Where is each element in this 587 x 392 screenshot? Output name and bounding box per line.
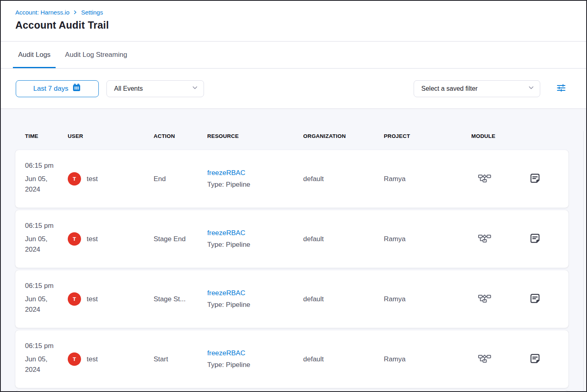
pipeline-icon	[478, 177, 491, 185]
pipeline-icon	[478, 297, 491, 305]
event-summary-button[interactable]	[528, 232, 542, 246]
action-cell: Stage St...	[154, 295, 207, 303]
table-rows: 06:15 pm Jun 05, 2024 T test End freezeR…	[1, 150, 586, 391]
tab-audit-logs[interactable]: Audit Logs	[13, 42, 56, 68]
module-cell	[471, 173, 516, 185]
avatar[interactable]: T	[68, 292, 81, 306]
user-cell: T test	[68, 352, 154, 366]
filter-panel-button[interactable]	[556, 82, 567, 95]
resource-type: Type: Pipeline	[207, 241, 303, 249]
tab-audit-log-streaming-label: Audit Log Streaming	[65, 51, 127, 59]
time-cell: 06:15 pm Jun 05, 2024	[25, 270, 62, 315]
time-cell: 06:15 pm Jun 05, 2024	[25, 150, 62, 195]
row-actions-cell	[516, 172, 568, 186]
project-cell: Ramya	[384, 235, 471, 243]
module-cell	[471, 293, 516, 305]
avatar[interactable]: T	[68, 352, 81, 366]
chevron-down-icon	[192, 85, 198, 92]
organization-cell: default	[303, 295, 384, 303]
user-name: test	[87, 175, 98, 183]
breadcrumb-account-link[interactable]: Account: Harness.io	[15, 9, 69, 16]
chevron-right-icon	[73, 10, 77, 15]
action-cell: Start	[154, 355, 207, 363]
table-row[interactable]: 06:15 pm Jun 05, 2024 T test Stage St...…	[15, 270, 568, 328]
table-header-row: TIME USER ACTION RESOURCE ORGANIZATION P…	[15, 133, 568, 140]
resource-link[interactable]: freezeRBAC	[207, 169, 245, 177]
resource-cell: freezeRBAC Type: Pipeline	[207, 349, 303, 369]
page-title: Account Audit Trail	[15, 19, 586, 31]
date-range-label: Last 7 days	[33, 85, 69, 93]
audit-log-table: TIME USER ACTION RESOURCE ORGANIZATION P…	[1, 109, 586, 391]
user-name: test	[87, 355, 98, 363]
user-cell: T test	[68, 232, 154, 246]
event-summary-button[interactable]	[528, 292, 542, 307]
table-row[interactable]: 06:15 pm Jun 05, 2024 T test End freezeR…	[15, 150, 568, 208]
event-summary-button[interactable]	[528, 352, 542, 367]
event-type-select[interactable]: All Events	[106, 80, 204, 97]
resource-cell: freezeRBAC Type: Pipeline	[207, 289, 303, 309]
organization-cell: default	[303, 355, 384, 363]
filter-right-group: Select a saved filter	[414, 80, 567, 97]
module-cell	[471, 233, 516, 245]
time-value: 06:15 pm	[25, 162, 54, 169]
chevron-down-icon	[528, 85, 534, 92]
user-cell: T test	[68, 172, 154, 186]
vertical-scrollbar[interactable]	[583, 131, 586, 391]
page-header: Account: Harness.io Settings Account Aud…	[1, 1, 586, 41]
project-cell: Ramya	[384, 175, 471, 183]
table-row[interactable]: 06:15 pm Jun 05, 2024 T test Start freez…	[15, 330, 568, 388]
date-value: Jun 05, 2024	[25, 354, 62, 375]
resource-link[interactable]: freezeRBAC	[207, 349, 245, 357]
resource-type: Type: Pipeline	[207, 361, 303, 369]
column-header-action: ACTION	[154, 133, 207, 140]
date-value: Jun 05, 2024	[25, 234, 62, 255]
project-cell: Ramya	[384, 295, 471, 303]
column-header-project: PROJECT	[384, 133, 471, 140]
column-header-user: USER	[68, 133, 154, 140]
time-value: 06:15 pm	[25, 342, 54, 350]
column-header-time: TIME	[25, 133, 68, 140]
table-row[interactable]: 06:15 pm Jun 05, 2024 T test Stage End f…	[15, 210, 568, 268]
resource-cell: freezeRBAC Type: Pipeline	[207, 169, 303, 189]
pipeline-icon	[478, 357, 491, 365]
time-value: 06:15 pm	[25, 222, 54, 229]
sliders-icon	[556, 83, 566, 94]
resource-type: Type: Pipeline	[207, 301, 303, 309]
column-header-resource: RESOURCE	[207, 133, 303, 140]
action-cell: End	[154, 175, 207, 183]
note-icon	[529, 172, 541, 186]
project-cell: Ramya	[384, 355, 471, 363]
user-cell: T test	[68, 292, 154, 306]
table-row-partial[interactable]	[15, 390, 568, 391]
action-cell: Stage End	[154, 235, 207, 243]
avatar[interactable]: T	[68, 232, 81, 246]
note-icon	[529, 232, 541, 246]
time-value: 06:15 pm	[25, 282, 54, 290]
avatar[interactable]: T	[68, 172, 81, 186]
tabs-bar: Audit Logs Audit Log Streaming	[1, 41, 586, 69]
module-cell	[471, 353, 516, 365]
user-name: test	[87, 295, 98, 303]
organization-cell: default	[303, 235, 384, 243]
breadcrumb-settings-link[interactable]: Settings	[81, 9, 103, 16]
tab-audit-log-streaming[interactable]: Audit Log Streaming	[60, 42, 132, 68]
breadcrumb: Account: Harness.io Settings	[15, 9, 586, 16]
resource-link[interactable]: freezeRBAC	[207, 229, 245, 237]
tab-audit-logs-label: Audit Logs	[18, 51, 50, 59]
filter-left-group: Last 7 days All Event	[16, 80, 204, 97]
resource-link[interactable]: freezeRBAC	[207, 289, 245, 297]
audit-trail-page: Account: Harness.io Settings Account Aud…	[0, 0, 587, 392]
note-icon	[529, 292, 541, 306]
saved-filter-value: Select a saved filter	[421, 85, 478, 92]
calendar-icon	[72, 83, 81, 94]
pipeline-icon	[478, 237, 491, 245]
event-summary-button[interactable]	[528, 172, 542, 186]
organization-cell: default	[303, 175, 384, 183]
time-cell: 06:15 pm Jun 05, 2024	[25, 210, 62, 255]
date-value: Jun 05, 2024	[25, 174, 62, 195]
saved-filter-select[interactable]: Select a saved filter	[414, 80, 540, 97]
date-range-button[interactable]: Last 7 days	[16, 80, 99, 97]
row-actions-cell	[516, 232, 568, 246]
row-actions-cell	[516, 292, 568, 307]
user-name: test	[87, 235, 98, 243]
